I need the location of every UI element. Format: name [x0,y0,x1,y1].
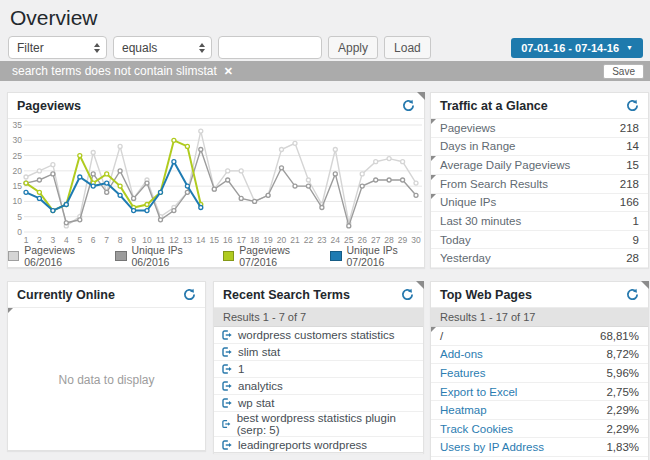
search-term-icon [222,398,232,408]
svg-text:15: 15 [13,181,23,191]
search-term-row[interactable]: slim stat [214,344,423,361]
metric-value: 28 [626,252,639,264]
page-link[interactable]: Users by IP Address [440,441,544,453]
legend-swatch [330,251,341,261]
top-web-pages-panel: Top Web Pages Results 1 - 17 of 17 / 68,… [430,281,649,460]
page-title: Overview [10,6,98,30]
save-filter-button[interactable]: Save [603,64,644,79]
top-page-row: / 68,81% [431,327,648,346]
svg-text:30: 30 [13,135,23,145]
metric-label: Pageviews [440,122,496,134]
svg-text:10: 10 [13,196,23,206]
metric-value: 15 [626,159,639,171]
top-pages-rows: / 68,81% Add-ons 8,72% Features 5,96% Ex… [431,327,648,457]
page-link[interactable]: / [440,330,443,342]
active-filter-bar: search terms does not contain slimstat ✕… [0,61,650,81]
recent-search-terms-title: Recent Search Terms [223,288,350,302]
date-range-button[interactable]: 07-01-16 - 07-14-16 ▼ [511,38,643,58]
traffic-row: Days in Range 14 [431,138,648,157]
refresh-icon[interactable] [402,99,415,112]
search-term-text: wordpress customers statistics [238,329,395,341]
metric-value: 9 [633,234,639,246]
page-percentage: 1,83% [606,441,639,453]
search-term-icon [222,364,232,374]
apply-button[interactable]: Apply [328,36,378,59]
search-term-row[interactable]: analytics [214,378,423,395]
metric-value: 166 [620,196,639,208]
legend-swatch [223,251,234,261]
search-term-row[interactable]: wp stat [214,395,423,412]
pageviews-panel-header: Pageviews [8,93,424,119]
search-term-row[interactable]: leadingreports wordpress [214,437,423,454]
refresh-icon[interactable] [626,99,639,112]
legend-item: Unique IPs 07/2016 [330,244,424,268]
top-page-row: Features 5,96% [431,364,648,383]
search-term-text: slim stat [238,346,280,358]
page-percentage: 2,29% [606,404,639,416]
filter-toolbar: Filter equals Apply Load 07-01-16 - 07-1… [8,36,643,59]
page-link[interactable]: Features [440,367,485,379]
refresh-icon[interactable] [401,288,414,301]
legend-label: Unique IPs 07/2016 [347,244,425,268]
search-term-icon [222,330,232,340]
page-link[interactable]: Heatmap [440,404,487,416]
search-term-row[interactable]: 1 [214,361,423,378]
page-link[interactable]: Add-ons [440,348,483,360]
select-updown-icon [199,43,205,53]
traffic-row: From Search Results 218 [431,175,648,194]
legend-label: Unique IPs 06/2016 [132,244,210,268]
metric-label: Days in Range [440,140,515,152]
refresh-icon[interactable] [626,288,639,301]
pageviews-panel: Pageviews 051015202530351234567891011121… [7,92,425,268]
metric-value: 218 [620,178,639,190]
svg-text:20: 20 [13,166,23,176]
operator-select[interactable]: equals [113,36,212,59]
legend-item: Unique IPs 06/2016 [115,244,209,268]
pageviews-line-chart: 0510152025303512345678910111213141516171… [8,119,424,246]
currently-online-title: Currently Online [17,288,115,302]
traffic-row: Pageviews 218 [431,119,648,138]
search-term-icon [222,347,232,357]
metric-label: Today [440,234,471,246]
top-page-row: Export to Excel 2,75% [431,383,648,402]
filter-select[interactable]: Filter [8,36,107,59]
panel-corner-fold [417,92,425,100]
search-term-row[interactable]: wordpress customers statistics [214,327,423,344]
svg-text:15: 15 [210,235,220,245]
remove-filter-icon[interactable]: ✕ [224,65,233,78]
empty-state: No data to display [8,308,205,451]
currently-online-header: Currently Online [8,282,205,308]
top-page-row: Heatmap 2,29% [431,401,648,420]
legend-swatch [8,251,19,261]
metric-value: 14 [626,140,639,152]
svg-text:23: 23 [317,235,327,245]
legend-label: Pageviews 06/2016 [24,244,101,268]
load-button[interactable]: Load [384,36,431,59]
select-updown-icon [94,43,100,53]
filter-value-input[interactable] [218,36,322,59]
refresh-icon[interactable] [183,288,196,301]
search-term-row[interactable]: best wordpress statistics plugin (serp: … [214,412,423,437]
top-page-row: Users by IP Address 1,83% [431,438,648,457]
page-percentage: 2,75% [606,386,639,398]
page-percentage: 8,72% [606,348,639,360]
legend-item: Pageviews 06/2016 [8,244,101,268]
dropdown-caret-icon: ▼ [626,44,633,51]
search-term-text: 1 [238,363,244,375]
page-link[interactable]: Export to Excel [440,386,517,398]
traffic-row: Unique IPs 166 [431,194,648,213]
panel-corner-fold [641,281,649,289]
top-web-pages-title: Top Web Pages [440,288,532,302]
svg-text:35: 35 [13,120,23,130]
svg-text:25: 25 [13,151,23,161]
metric-label: Unique IPs [440,196,496,208]
top-web-pages-header: Top Web Pages [431,282,648,308]
metric-label: Last 30 minutes [440,215,521,227]
legend-swatch [115,251,126,261]
search-term-text: analytics [238,380,283,392]
traffic-panel-header: Traffic at a Glance [431,93,648,119]
page-link[interactable]: Track Cookies [440,423,513,435]
metric-label: Average Daily Pageviews [440,159,570,171]
traffic-row: Average Daily Pageviews 15 [431,156,648,175]
traffic-row: Yesterday 28 [431,249,648,268]
